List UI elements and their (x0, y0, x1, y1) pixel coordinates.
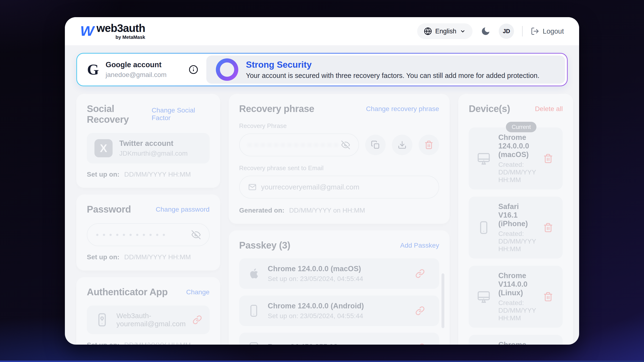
setup-on-label: Set up on: (87, 253, 120, 261)
globe-icon (424, 27, 432, 35)
device-name: Safari V16.1 (iPhone) (498, 202, 536, 228)
authenticator-card: Authenticator App Change Web3auth-yourem… (76, 277, 220, 345)
passkey-name: Rome 24.456.355.98 (268, 343, 408, 345)
password-input[interactable]: ••••••••••• (87, 223, 210, 246)
delete-phrase-button[interactable] (418, 135, 439, 155)
change-recovery-phrase-link[interactable]: Change recovery phrase (366, 105, 439, 113)
delete-device-icon[interactable] (543, 223, 553, 233)
app-window: W web3auth by MetaMask English JD (65, 17, 579, 345)
mail-icon (248, 183, 256, 191)
device-meta: Created: DD/MM/YYY HH:MM (498, 299, 536, 322)
setup-on-value: DD/MM/YYYY HH:MM (124, 253, 191, 261)
twitter-account-tile: X Twitter account JDKmurthi@gmail.com (87, 133, 210, 163)
passkey-scrollbar[interactable] (442, 273, 444, 328)
recovery-phrase-input[interactable]: •••••••••••••• (239, 133, 359, 156)
authenticator-tile: Web3auth-youremail@gmal.com (87, 306, 210, 334)
social-recovery-card: Social Recovery Change Social Factor X T… (76, 94, 220, 188)
device-name: Chrome 124.0.0.0 (macOS) (498, 133, 536, 159)
user-avatar[interactable]: JD (499, 23, 514, 39)
logout-button[interactable]: Logout (531, 27, 564, 35)
security-status-banner: G Google account janedoe@gmail.com Stron… (76, 53, 568, 86)
security-description: Your account is secured with three recov… (246, 72, 540, 80)
recovery-phrase-card: Recovery phrase Change recovery phrase R… (229, 94, 450, 224)
dark-mode-moon-icon[interactable] (480, 26, 491, 36)
recovery-email-value: yourrecoveryemail@gmail.com (261, 183, 360, 191)
passkey-meta: Set up on: 23/05/2024, 04:55:44 (268, 275, 408, 283)
delete-device-icon[interactable] (543, 153, 553, 163)
device-meta: Created: DD/MM/YYY HH:MM (498, 161, 536, 184)
password-masked-value: ••••••••••• (96, 231, 192, 239)
eye-off-icon[interactable] (341, 141, 350, 149)
tablet-icon (247, 341, 261, 345)
eye-off-icon[interactable] (192, 230, 200, 239)
download-phrase-button[interactable] (392, 135, 412, 155)
twitter-account-title: Twitter account (119, 139, 202, 148)
device-row: Chrome V114.0.0 (Linux) Created: DD/MM/Y… (469, 266, 563, 328)
generated-on-value: DD/MM/YYYY on HH:MM (289, 207, 365, 214)
phone-icon (247, 304, 261, 318)
add-passkey-link[interactable]: Add Passkey (400, 242, 439, 249)
desktop-icon (476, 289, 491, 304)
generated-on-label: Generated on: (239, 207, 284, 214)
link-icon[interactable] (415, 306, 425, 316)
brand-name: web3auth (96, 23, 145, 34)
provider-title: Google account (106, 60, 182, 69)
setup-on-value: DD/MM/YYYY HH:MM (124, 171, 191, 178)
security-level-section: Strong Security Your account is secured … (206, 55, 565, 84)
recovery-phrase-title: Recovery phrase (239, 103, 314, 114)
recovery-phrase-label: Recovery Phrase (239, 122, 439, 130)
change-password-link[interactable]: Change password (156, 206, 210, 213)
header-divider (522, 26, 522, 36)
setup-on-label: Set up on: (87, 171, 120, 178)
download-icon (398, 140, 407, 149)
authenticator-phone-icon (94, 312, 110, 328)
copy-phrase-button[interactable] (365, 135, 386, 155)
delete-device-icon[interactable] (543, 292, 553, 302)
social-recovery-title: Social Recovery (87, 103, 152, 125)
google-icon: G (87, 62, 99, 77)
recovery-email-label: Recovery phrase sent to Email (239, 164, 439, 172)
logout-icon (531, 27, 539, 35)
delete-all-link[interactable]: Delete all (535, 105, 563, 113)
passkey-card: Passkey (3) Add Passkey Chrome 124.0.0.0… (229, 230, 450, 345)
language-selector[interactable]: English (417, 23, 473, 39)
device-meta: Created: DD/MM/YYY HH:MM (498, 230, 536, 253)
twitter-x-icon: X (94, 139, 112, 157)
language-label: English (435, 28, 456, 35)
passkey-row: Rome 24.456.355.98 (239, 333, 439, 345)
device-name: Chrome V114.0.0 (Linux) (498, 272, 536, 297)
device-row: Current Chrome 124.0.0.0 (macOS) Created… (469, 127, 563, 189)
password-title: Password (87, 204, 131, 215)
desktop-icon (476, 151, 491, 166)
change-social-factor-link[interactable]: Change Social Factor (152, 106, 210, 122)
device-name: Chrome V114.0.0 (Android) (498, 341, 536, 345)
authenticator-title: Authenticator App (87, 287, 168, 297)
twitter-account-email: JDKmurthi@gmail.com (119, 150, 202, 157)
web3auth-logo-icon: W (80, 24, 93, 38)
unlink-icon[interactable] (192, 315, 202, 325)
link-icon[interactable] (415, 343, 425, 345)
authenticator-account: Web3auth-youremail@gmal.com (116, 312, 186, 328)
setup-on-value: DD/MM/YYYY HH:MM (124, 341, 191, 345)
passkey-row: Chrome 124.0.0.0 (Android) Set up on: 23… (239, 296, 439, 326)
brand-byline: by MetaMask (116, 34, 145, 40)
passkey-name: Chrome 124.0.0.0 (macOS) (268, 265, 408, 273)
factor-cards-grid: Social Recovery Change Social Factor X T… (76, 94, 568, 345)
recovery-phrase-masked-value: •••••••••••••• (248, 141, 342, 149)
devices-card: Device(s) Delete all Current Chrome 124.… (458, 94, 573, 345)
security-ring-icon (216, 58, 238, 81)
passkey-meta: Set up on: 23/05/2024, 04:55:44 (268, 312, 408, 320)
provider-email: janedoe@gmail.com (106, 71, 182, 79)
change-authenticator-link[interactable]: Change (186, 288, 210, 296)
logout-label: Logout (543, 27, 564, 35)
web3auth-logo: W web3auth by MetaMask (80, 23, 145, 40)
devices-title: Device(s) (469, 103, 510, 114)
link-icon[interactable] (415, 269, 425, 278)
recovery-email-input[interactable]: yourrecoveryemail@gmail.com (239, 176, 439, 199)
apple-icon (247, 267, 261, 281)
copy-icon (371, 140, 380, 149)
trash-icon (424, 140, 434, 149)
info-icon[interactable] (189, 65, 198, 74)
setup-on-label: Set up on: (87, 341, 120, 345)
device-row: Safari V16.1 (iPhone) Created: DD/MM/YYY… (469, 197, 563, 259)
